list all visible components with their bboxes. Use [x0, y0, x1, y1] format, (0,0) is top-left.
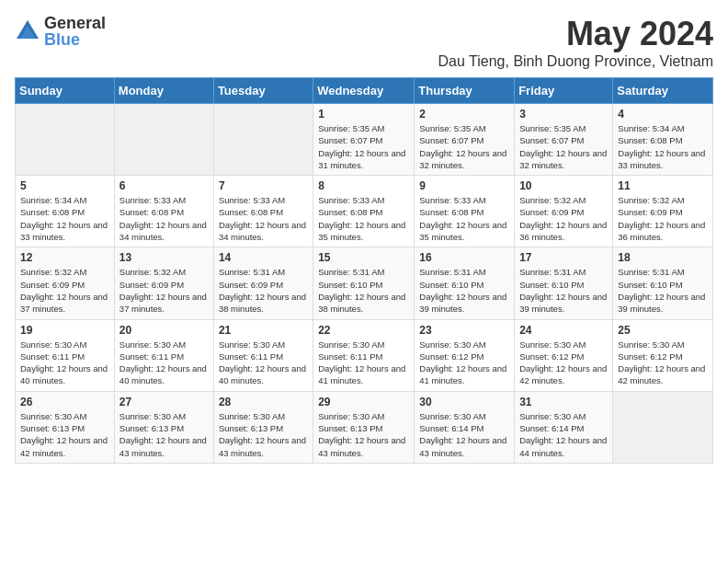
day-info: Sunrise: 5:32 AM Sunset: 6:09 PM Dayligh… — [20, 266, 109, 315]
logo-general: General — [44, 15, 106, 31]
week-row-5: 26Sunrise: 5:30 AM Sunset: 6:13 PM Dayli… — [16, 391, 713, 463]
table-row: 28Sunrise: 5:30 AM Sunset: 6:13 PM Dayli… — [213, 391, 313, 463]
table-row: 24Sunrise: 5:30 AM Sunset: 6:12 PM Dayli… — [515, 319, 613, 391]
table-row: 14Sunrise: 5:31 AM Sunset: 6:09 PM Dayli… — [213, 247, 313, 319]
day-number: 11 — [618, 179, 708, 192]
day-info: Sunrise: 5:34 AM Sunset: 6:08 PM Dayligh… — [20, 194, 109, 243]
table-row: 30Sunrise: 5:30 AM Sunset: 6:14 PM Dayli… — [415, 391, 515, 463]
table-row: 29Sunrise: 5:30 AM Sunset: 6:13 PM Dayli… — [313, 391, 415, 463]
day-info: Sunrise: 5:31 AM Sunset: 6:10 PM Dayligh… — [519, 266, 608, 315]
table-row: 21Sunrise: 5:30 AM Sunset: 6:11 PM Dayli… — [213, 319, 313, 391]
table-row: 13Sunrise: 5:32 AM Sunset: 6:09 PM Dayli… — [114, 247, 213, 319]
day-info: Sunrise: 5:30 AM Sunset: 6:12 PM Dayligh… — [519, 339, 608, 387]
table-row: 1Sunrise: 5:35 AM Sunset: 6:07 PM Daylig… — [313, 104, 415, 176]
day-number: 3 — [519, 108, 608, 121]
logo-icon — [15, 18, 40, 44]
day-number: 30 — [419, 396, 509, 408]
calendar-body: 1Sunrise: 5:35 AM Sunset: 6:07 PM Daylig… — [16, 104, 713, 464]
day-number: 29 — [318, 396, 409, 408]
logo-text: General Blue — [44, 15, 106, 48]
day-number: 19 — [20, 324, 109, 337]
week-row-2: 5Sunrise: 5:34 AM Sunset: 6:08 PM Daylig… — [16, 176, 713, 247]
week-row-4: 19Sunrise: 5:30 AM Sunset: 6:11 PM Dayli… — [16, 319, 713, 391]
day-number: 8 — [318, 179, 409, 192]
table-row: 26Sunrise: 5:30 AM Sunset: 6:13 PM Dayli… — [16, 391, 115, 463]
day-info: Sunrise: 5:33 AM Sunset: 6:08 PM Dayligh… — [419, 194, 509, 243]
week-row-3: 12Sunrise: 5:32 AM Sunset: 6:09 PM Dayli… — [16, 247, 713, 319]
day-info: Sunrise: 5:30 AM Sunset: 6:13 PM Dayligh… — [318, 410, 409, 459]
week-row-1: 1Sunrise: 5:35 AM Sunset: 6:07 PM Daylig… — [16, 104, 713, 176]
day-number: 20 — [119, 324, 209, 337]
calendar-header: SundayMondayTuesdayWednesdayThursdayFrid… — [16, 78, 713, 104]
page-header: General Blue May 2024 Dau Tieng, Binh Du… — [15, 15, 713, 70]
table-row: 15Sunrise: 5:31 AM Sunset: 6:10 PM Dayli… — [313, 247, 415, 319]
day-number: 18 — [618, 251, 708, 264]
day-number: 12 — [20, 251, 109, 264]
day-info: Sunrise: 5:30 AM Sunset: 6:14 PM Dayligh… — [419, 410, 509, 459]
day-info: Sunrise: 5:31 AM Sunset: 6:09 PM Dayligh… — [219, 266, 308, 315]
table-row: 17Sunrise: 5:31 AM Sunset: 6:10 PM Dayli… — [515, 247, 613, 319]
day-info: Sunrise: 5:30 AM Sunset: 6:11 PM Dayligh… — [119, 339, 209, 387]
day-number: 9 — [419, 179, 509, 192]
header-thursday: Thursday — [415, 78, 515, 104]
day-number: 2 — [419, 108, 509, 121]
header-sunday: Sunday — [16, 78, 115, 104]
day-number: 13 — [119, 251, 209, 264]
day-info: Sunrise: 5:30 AM Sunset: 6:11 PM Dayligh… — [219, 339, 308, 387]
day-info: Sunrise: 5:30 AM Sunset: 6:13 PM Dayligh… — [20, 410, 109, 459]
table-row — [213, 104, 313, 176]
header-monday: Monday — [114, 78, 213, 104]
day-info: Sunrise: 5:30 AM Sunset: 6:12 PM Dayligh… — [618, 339, 708, 387]
day-headers-row: SundayMondayTuesdayWednesdayThursdayFrid… — [16, 78, 713, 104]
day-number: 14 — [219, 251, 308, 264]
table-row: 22Sunrise: 5:30 AM Sunset: 6:11 PM Dayli… — [313, 319, 415, 391]
day-info: Sunrise: 5:30 AM Sunset: 6:11 PM Dayligh… — [20, 339, 109, 387]
logo: General Blue — [15, 15, 106, 48]
table-row: 27Sunrise: 5:30 AM Sunset: 6:13 PM Dayli… — [114, 391, 213, 463]
day-number: 31 — [519, 396, 608, 408]
day-number: 15 — [318, 251, 409, 264]
day-info: Sunrise: 5:35 AM Sunset: 6:07 PM Dayligh… — [519, 122, 608, 171]
day-number: 7 — [219, 179, 308, 192]
day-info: Sunrise: 5:31 AM Sunset: 6:10 PM Dayligh… — [419, 266, 509, 315]
day-info: Sunrise: 5:30 AM Sunset: 6:14 PM Dayligh… — [519, 410, 608, 459]
day-info: Sunrise: 5:32 AM Sunset: 6:09 PM Dayligh… — [618, 194, 708, 243]
table-row — [16, 104, 115, 176]
day-number: 10 — [519, 179, 608, 192]
day-info: Sunrise: 5:32 AM Sunset: 6:09 PM Dayligh… — [519, 194, 608, 243]
header-friday: Friday — [515, 78, 613, 104]
table-row — [114, 104, 213, 176]
day-number: 16 — [419, 251, 509, 264]
table-row: 10Sunrise: 5:32 AM Sunset: 6:09 PM Dayli… — [515, 176, 613, 247]
day-info: Sunrise: 5:32 AM Sunset: 6:09 PM Dayligh… — [119, 266, 209, 315]
day-number: 6 — [119, 179, 209, 192]
day-number: 27 — [119, 396, 209, 408]
table-row: 7Sunrise: 5:33 AM Sunset: 6:08 PM Daylig… — [213, 176, 313, 247]
location-subtitle: Dau Tieng, Binh Duong Province, Vietnam — [438, 53, 713, 70]
day-number: 4 — [618, 108, 708, 121]
table-row: 2Sunrise: 5:35 AM Sunset: 6:07 PM Daylig… — [415, 104, 515, 176]
table-row: 11Sunrise: 5:32 AM Sunset: 6:09 PM Dayli… — [613, 176, 713, 247]
table-row: 19Sunrise: 5:30 AM Sunset: 6:11 PM Dayli… — [16, 319, 115, 391]
day-info: Sunrise: 5:33 AM Sunset: 6:08 PM Dayligh… — [318, 194, 409, 243]
day-info: Sunrise: 5:35 AM Sunset: 6:07 PM Dayligh… — [419, 122, 509, 171]
day-info: Sunrise: 5:30 AM Sunset: 6:13 PM Dayligh… — [119, 410, 209, 459]
day-number: 26 — [20, 396, 109, 408]
logo-blue: Blue — [44, 31, 106, 48]
table-row: 16Sunrise: 5:31 AM Sunset: 6:10 PM Dayli… — [415, 247, 515, 319]
day-info: Sunrise: 5:30 AM Sunset: 6:12 PM Dayligh… — [419, 339, 509, 387]
title-section: May 2024 Dau Tieng, Binh Duong Province,… — [438, 15, 713, 70]
table-row — [613, 391, 713, 463]
header-saturday: Saturday — [613, 78, 713, 104]
table-row: 5Sunrise: 5:34 AM Sunset: 6:08 PM Daylig… — [16, 176, 115, 247]
day-number: 1 — [318, 108, 409, 121]
day-number: 22 — [318, 324, 409, 337]
day-number: 24 — [519, 324, 608, 337]
day-info: Sunrise: 5:34 AM Sunset: 6:08 PM Dayligh… — [618, 122, 708, 171]
day-number: 17 — [519, 251, 608, 264]
header-wednesday: Wednesday — [313, 78, 415, 104]
day-number: 5 — [20, 179, 109, 192]
table-row: 18Sunrise: 5:31 AM Sunset: 6:10 PM Dayli… — [613, 247, 713, 319]
calendar-table: SundayMondayTuesdayWednesdayThursdayFrid… — [15, 77, 713, 464]
day-info: Sunrise: 5:33 AM Sunset: 6:08 PM Dayligh… — [119, 194, 209, 243]
